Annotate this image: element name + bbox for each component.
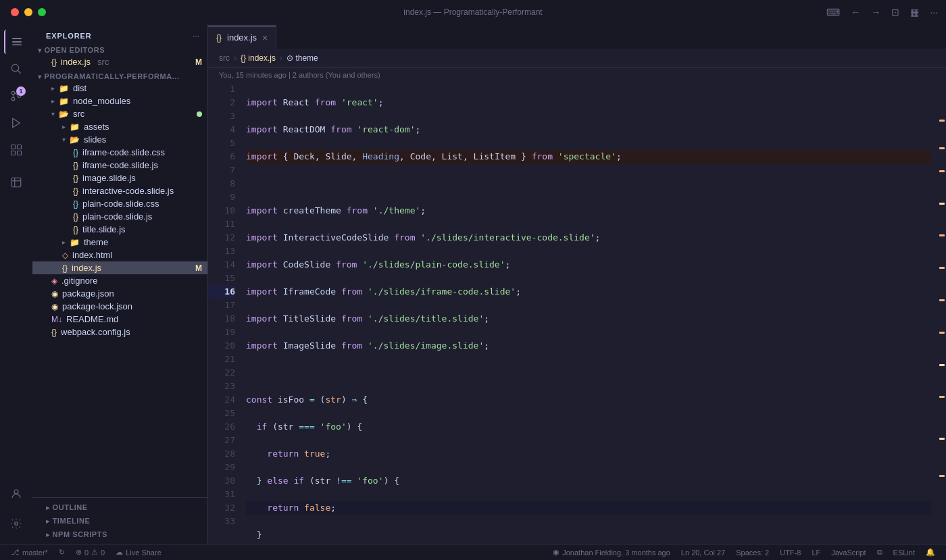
more-icon[interactable]: ··· [930, 7, 938, 18]
file-name: index.js [72, 263, 101, 273]
svg-point-16 [15, 522, 18, 526]
layout-split-icon[interactable]: ⊡ [891, 7, 899, 18]
folder-icon: 📂 [70, 135, 80, 145]
sidebar-more-button[interactable]: ··· [193, 31, 199, 41]
folder-src[interactable]: ▾ 📂 src [32, 107, 207, 120]
forward-icon[interactable]: → [871, 7, 880, 18]
git-branch-label: master* [22, 549, 48, 557]
sidebar-item-search[interactable] [4, 57, 28, 81]
js-file-icon: {} [73, 212, 78, 222]
chevron-right-icon: ▸ [46, 531, 50, 538]
activity-bar-bottom [4, 482, 28, 544]
breadcrumb-src[interactable]: src [219, 53, 230, 63]
modified-indicator: M [195, 263, 202, 273]
eslint-status[interactable]: ESLint [888, 549, 920, 557]
folder-assets[interactable]: ▸ 📁 assets [32, 120, 207, 133]
settings-icon[interactable] [4, 511, 28, 536]
sidebar-item-extensions[interactable] [4, 138, 28, 162]
code-line-4 [246, 177, 931, 190]
sync-status[interactable]: ↻ [53, 548, 70, 557]
file-title-slide-js[interactable]: {} title.slide.js [32, 223, 207, 236]
source-control-badge: 1 [16, 86, 26, 96]
folder-dist[interactable]: ▸ 📁 dist [32, 82, 207, 95]
npm-scripts-section[interactable]: ▸ NPM SCRIPTS [32, 528, 207, 541]
sidebar-item-run[interactable] [4, 111, 28, 135]
chevron-down-icon: ▾ [62, 136, 66, 143]
maximize-button[interactable] [38, 8, 46, 16]
encoding-status[interactable]: UTF-8 [774, 549, 806, 557]
html-file-icon: ◇ [62, 251, 68, 260]
notifications-status[interactable]: 🔔 [920, 548, 941, 557]
language-mode-status[interactable]: JavaScript [826, 549, 871, 557]
code-line-14: return true; [246, 447, 931, 461]
panel-icon[interactable]: ▦ [910, 7, 919, 18]
broadcast-icon[interactable]: ⌨ [826, 7, 840, 18]
chevron-down-icon: ▾ [51, 110, 55, 118]
chevron-right-icon: ▸ [51, 97, 55, 105]
file-name: interactive-code.slide.js [82, 186, 174, 196]
file-name: plain-code.slide.css [82, 199, 159, 209]
breadcrumb-sep: › [234, 53, 236, 63]
code-line-16: return false; [246, 501, 931, 515]
file-plain-code-js[interactable]: {} plain-code.slide.js [32, 210, 207, 223]
tab-close-button[interactable]: × [262, 32, 268, 43]
breadcrumb-index-js[interactable]: {} index.js [241, 53, 276, 63]
line-ending-status[interactable]: LF [806, 549, 826, 557]
file-webpack-config-js[interactable]: {} webpack.config.js [32, 326, 207, 338]
code-editor[interactable]: 1 2 3 4 5 6 7 8 9 10 11 12 13 14 15 16 1… [208, 82, 946, 544]
warning-icon: ⚠ [91, 548, 98, 557]
folder-theme[interactable]: ▸ 📁 theme [32, 236, 207, 249]
svg-rect-8 [11, 145, 16, 149]
file-readme-md[interactable]: M↓ README.md [32, 313, 207, 326]
open-editor-filename: index.js [61, 57, 91, 67]
file-interactive-code-js[interactable]: {} interactive-code.slide.js [32, 184, 207, 197]
modified-indicator: M [195, 57, 202, 67]
problems-status[interactable]: ⊗ 0 ⚠ 0 [70, 548, 110, 557]
sidebar-item-explorer[interactable] [4, 30, 28, 54]
open-editors-header[interactable]: ▾ OPEN EDITORS [32, 45, 207, 55]
sidebar-tree: ▾ OPEN EDITORS {} index.js src M ▾ PROGR… [32, 43, 207, 497]
file-index-html[interactable]: ◇ index.html [32, 249, 207, 261]
code-content[interactable]: import React from 'react'; import ReactD… [241, 82, 937, 544]
file-plain-code-css[interactable]: {} plain-code.slide.css [32, 197, 207, 210]
close-button[interactable] [11, 8, 19, 16]
file-iframe-code-js[interactable]: {} iframe-code.slide.js [32, 159, 207, 172]
titlebar-actions: ⌨ ← → ⊡ ▦ ··· [826, 7, 938, 18]
open-editor-indexjs[interactable]: {} index.js src M [32, 55, 207, 68]
folder-node-modules[interactable]: ▸ 📁 node_modules [32, 95, 207, 107]
file-name: webpack.config.js [61, 327, 130, 337]
blame-status-item[interactable]: ◉ Jonathan Fielding, 3 months ago [547, 548, 676, 557]
file-name: iframe-code.slide.js [82, 160, 158, 170]
minimize-button[interactable] [24, 8, 32, 16]
back-icon[interactable]: ← [851, 7, 860, 18]
blame-text: You, 15 minutes ago | 2 authors (You and… [219, 71, 380, 79]
file-gitignore[interactable]: ◈ .gitignore [32, 274, 207, 287]
live-share-icon: ☁ [116, 548, 123, 557]
cursor-position-status[interactable]: Ln 20, Col 27 [676, 549, 730, 557]
chevron-right-icon: ▸ [46, 517, 50, 525]
line-ending-label: LF [812, 549, 820, 557]
file-image-slide-js[interactable]: {} image.slide.js [32, 172, 207, 184]
sidebar-item-remote[interactable] [4, 170, 28, 195]
project-header[interactable]: ▾ PROGRAMATICALLY-PERFORMA... [32, 71, 207, 82]
git-branch-status[interactable]: ⎇ master* [5, 548, 53, 557]
indentation-status[interactable]: Spaces: 2 [730, 549, 774, 557]
file-iframe-code-css[interactable]: {} iframe-code.slide.css [32, 146, 207, 159]
breadcrumb-theme[interactable]: ⊙ theme [287, 53, 318, 63]
folder-name: assets [84, 122, 109, 132]
js-file-icon: {} [73, 225, 78, 234]
tab-index-js[interactable]: {} index.js × [208, 26, 276, 49]
sidebar-header: EXPLORER ··· [32, 24, 207, 43]
outline-section[interactable]: ▸ OUTLINE [32, 501, 207, 514]
tab-filename: index.js [227, 32, 257, 43]
layout-status[interactable]: ⧉ [872, 548, 888, 557]
right-scrollbar[interactable] [937, 82, 946, 544]
file-package-json[interactable]: ◉ package.json [32, 287, 207, 300]
account-icon[interactable] [4, 482, 28, 506]
folder-slides[interactable]: ▾ 📂 slides [32, 133, 207, 146]
timeline-section[interactable]: ▸ TIMELINE [32, 514, 207, 528]
file-index-js[interactable]: {} index.js M [32, 261, 207, 274]
sidebar-item-source-control[interactable]: 1 [4, 84, 28, 108]
live-share-status[interactable]: ☁ Live Share [110, 548, 167, 557]
file-package-lock-json[interactable]: ◉ package-lock.json [32, 300, 207, 313]
